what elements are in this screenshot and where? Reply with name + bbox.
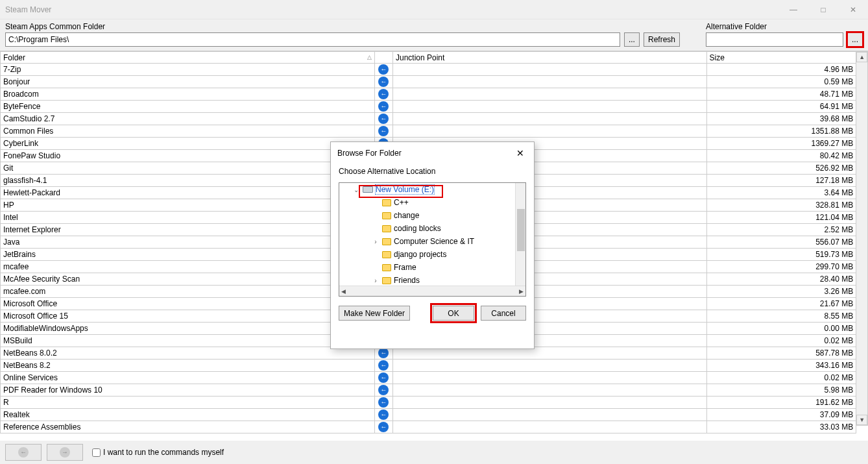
tree-folder-item[interactable]: coding blocks bbox=[339, 222, 525, 235]
run-commands-label: I want to run the commands myself bbox=[103, 448, 224, 457]
cell-folder: Microsoft Office bbox=[1, 298, 375, 310]
run-commands-checkbox-input[interactable] bbox=[92, 448, 101, 457]
cell-size: 556.07 MB bbox=[706, 236, 856, 249]
cell-folder: glassfish-4.1 bbox=[1, 175, 375, 187]
move-left-button[interactable]: ← bbox=[5, 444, 42, 461]
table-row[interactable]: PDF Reader for Windows 10←5.98 MB bbox=[1, 384, 856, 397]
cell-folder: Online Services bbox=[1, 372, 375, 384]
table-row[interactable]: CamStudio 2.7←39.68 MB bbox=[1, 113, 856, 125]
tree-item-label: change bbox=[394, 211, 419, 220]
arrow-left-icon: ← bbox=[378, 77, 389, 87]
alt-browse-button[interactable]: ... bbox=[847, 32, 863, 47]
header-folder[interactable]: Folder △ bbox=[1, 52, 375, 64]
cell-folder: McAfee Security Scan bbox=[1, 273, 375, 286]
tree-folder-item[interactable]: ›Friends bbox=[339, 274, 525, 287]
tree-folder-item[interactable]: change bbox=[339, 209, 525, 222]
folder-icon bbox=[382, 238, 391, 245]
toolbar: Steam Apps Common Folder ... Refresh Alt… bbox=[0, 19, 868, 51]
dialog-title: Browse For Folder bbox=[337, 149, 402, 158]
cell-size: 33.03 MB bbox=[706, 421, 856, 433]
source-browse-button[interactable]: ... bbox=[624, 32, 640, 47]
window-title: Steam Mover bbox=[5, 5, 51, 14]
tree-folder-item[interactable]: C++ bbox=[339, 196, 525, 209]
tree-folder-item[interactable]: django projects bbox=[339, 248, 525, 261]
cell-size: 1351.88 MB bbox=[706, 125, 856, 138]
table-row[interactable]: Bonjour←0.59 MB bbox=[1, 76, 856, 88]
cell-size: 48.71 MB bbox=[706, 88, 856, 101]
cell-junction bbox=[392, 421, 706, 433]
cell-direction: ← bbox=[374, 125, 392, 138]
table-row[interactable]: Online Services←0.02 MB bbox=[1, 372, 856, 384]
tree-vertical-scrollbar[interactable] bbox=[515, 183, 525, 286]
table-row[interactable]: Broadcom←48.71 MB bbox=[1, 88, 856, 101]
folder-icon bbox=[382, 264, 391, 271]
cell-size: 526.92 MB bbox=[706, 162, 856, 175]
cell-folder: mcafee bbox=[1, 261, 375, 273]
table-row[interactable]: Common Files←1351.88 MB bbox=[1, 125, 856, 138]
cell-direction: ← bbox=[374, 360, 392, 372]
minimize-icon[interactable]: — bbox=[778, 0, 808, 19]
table-row[interactable]: ByteFence←64.91 MB bbox=[1, 101, 856, 113]
make-new-folder-button[interactable]: Make New Folder bbox=[339, 306, 410, 321]
cell-folder: CamStudio 2.7 bbox=[1, 113, 375, 125]
tree-item-label: Friends bbox=[394, 276, 420, 285]
cell-folder: Reference Assemblies bbox=[1, 421, 375, 433]
scroll-up-icon[interactable]: ▲ bbox=[856, 52, 867, 62]
cell-size: 121.04 MB bbox=[706, 212, 856, 224]
table-row[interactable]: R←191.62 MB bbox=[1, 397, 856, 409]
arrow-left-icon: ← bbox=[378, 360, 389, 371]
cell-junction bbox=[392, 76, 706, 88]
table-row[interactable]: Realtek←37.09 MB bbox=[1, 409, 856, 421]
run-commands-checkbox[interactable]: I want to run the commands myself bbox=[92, 448, 224, 457]
cell-junction bbox=[392, 397, 706, 409]
close-icon[interactable]: ✕ bbox=[838, 0, 868, 19]
cell-size: 343.16 MB bbox=[706, 360, 856, 372]
table-row[interactable]: 7-Zip←4.96 MB bbox=[1, 64, 856, 76]
ok-button[interactable]: OK bbox=[433, 306, 474, 321]
cell-size: 0.00 MB bbox=[706, 323, 856, 335]
cell-size: 519.73 MB bbox=[706, 249, 856, 261]
table-row[interactable]: Reference Assemblies←33.03 MB bbox=[1, 421, 856, 433]
tree-folder-item[interactable]: ›Computer Science & IT bbox=[339, 235, 525, 248]
cell-size: 0.02 MB bbox=[706, 372, 856, 384]
scroll-down-icon[interactable]: ▼ bbox=[856, 415, 867, 425]
sort-asc-icon: △ bbox=[367, 54, 372, 60]
dialog-subtitle: Choose Alternative Location bbox=[331, 164, 534, 182]
cell-folder: mcafee.com bbox=[1, 286, 375, 298]
cell-size: 3.26 MB bbox=[706, 286, 856, 298]
cell-junction bbox=[392, 360, 706, 372]
folder-tree[interactable]: ⌄New Volume (E:)C++changecoding blocks›C… bbox=[339, 182, 526, 297]
cell-size: 37.09 MB bbox=[706, 409, 856, 421]
cell-size: 39.68 MB bbox=[706, 113, 856, 125]
drive-icon bbox=[363, 186, 373, 193]
arrow-right-icon: → bbox=[60, 447, 70, 458]
browse-folder-dialog: Browse For Folder ✕ Choose Alternative L… bbox=[330, 141, 535, 349]
folder-icon bbox=[382, 251, 391, 258]
arrow-left-icon: ← bbox=[378, 114, 389, 124]
vertical-scrollbar[interactable]: ▲ ▼ bbox=[856, 51, 868, 426]
footer-bar: ← → I want to run the commands myself bbox=[0, 441, 868, 464]
maximize-icon[interactable]: □ bbox=[808, 0, 838, 19]
cancel-button[interactable]: Cancel bbox=[481, 306, 526, 321]
move-right-button[interactable]: → bbox=[47, 444, 83, 461]
alt-folder-input[interactable] bbox=[706, 32, 843, 47]
cell-folder: Common Files bbox=[1, 125, 375, 138]
header-direction[interactable] bbox=[374, 52, 392, 64]
dialog-close-icon[interactable]: ✕ bbox=[513, 146, 527, 160]
arrow-left-icon: ← bbox=[378, 89, 389, 99]
cell-direction: ← bbox=[374, 64, 392, 76]
header-size[interactable]: Size bbox=[706, 52, 856, 64]
arrow-left-icon: ← bbox=[378, 64, 389, 75]
tree-horizontal-scrollbar[interactable]: ◀▶ bbox=[339, 286, 525, 296]
arrow-left-icon: ← bbox=[378, 348, 389, 358]
tree-folder-item[interactable]: Frame bbox=[339, 261, 525, 274]
refresh-button[interactable]: Refresh bbox=[644, 32, 680, 47]
tree-item-label: C++ bbox=[394, 198, 409, 207]
header-junction[interactable]: Junction Point bbox=[392, 52, 706, 64]
cell-folder: FonePaw Studio bbox=[1, 150, 375, 162]
tree-item-label: coding blocks bbox=[394, 224, 441, 233]
table-row[interactable]: NetBeans 8.2←343.16 MB bbox=[1, 360, 856, 372]
arrow-left-icon: ← bbox=[378, 397, 389, 408]
cell-direction: ← bbox=[374, 421, 392, 433]
source-folder-input[interactable] bbox=[5, 32, 620, 47]
